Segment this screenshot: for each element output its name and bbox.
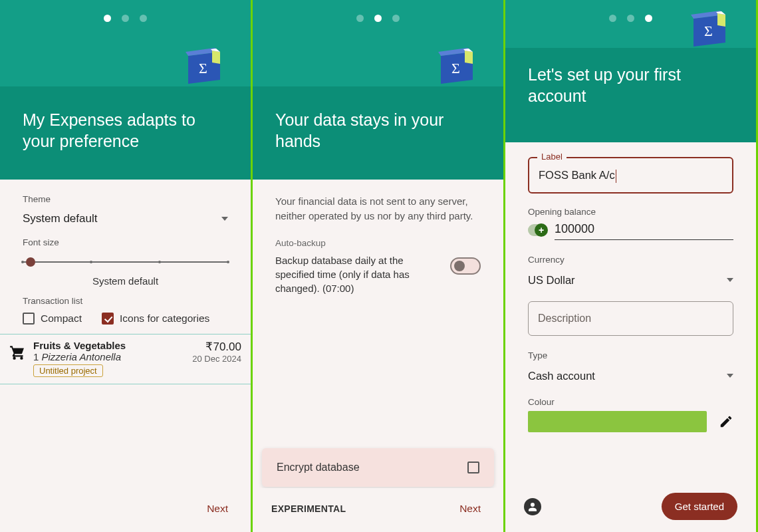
cart-icon bbox=[9, 344, 27, 361]
footer: Get started bbox=[505, 483, 756, 532]
plus-icon: + bbox=[535, 223, 548, 237]
dropdown-icon bbox=[221, 217, 228, 221]
font-size-slider[interactable] bbox=[23, 254, 228, 270]
experimental-label: EXPERIMENTAL bbox=[271, 503, 346, 514]
svg-marker-12 bbox=[717, 13, 725, 27]
autobackup-heading: Auto-backup bbox=[275, 238, 481, 248]
autobackup-text: Backup database daily at the specified t… bbox=[275, 253, 438, 295]
transaction-preview-row: Fruits & Vegetables 1 Pizzeria Antonella… bbox=[0, 334, 251, 384]
get-started-button[interactable]: Get started bbox=[662, 493, 737, 520]
colour-label: Colour bbox=[528, 397, 733, 407]
font-size-caption: System default bbox=[23, 275, 228, 287]
page-indicator bbox=[253, 15, 503, 22]
next-button[interactable]: Next bbox=[455, 497, 485, 520]
onboarding-body: Theme System default Font size System de… bbox=[0, 180, 251, 532]
type-value: Cash account bbox=[528, 370, 595, 382]
text-caret bbox=[616, 170, 616, 183]
font-size-control: System default bbox=[23, 254, 228, 287]
svg-marker-7 bbox=[465, 51, 473, 64]
encrypt-checkbox[interactable] bbox=[467, 462, 479, 473]
checkbox-icon bbox=[23, 313, 35, 325]
header-banner: Σ bbox=[0, 0, 251, 86]
encrypt-database-card[interactable]: Encrypt database bbox=[262, 448, 494, 487]
tx-category: Fruits & Vegetables bbox=[33, 340, 186, 351]
tx-amount: ₹70.00 bbox=[192, 340, 241, 354]
slider-thumb[interactable] bbox=[26, 257, 35, 267]
svg-text:Σ: Σ bbox=[199, 60, 207, 76]
onboarding-pane-3: Σ Let's set up your first account Label … bbox=[505, 0, 758, 532]
description-input[interactable]: Description bbox=[528, 301, 733, 336]
onboarding-title: My Expenses adapts to your preference bbox=[0, 86, 251, 169]
currency-label: Currency bbox=[528, 255, 733, 265]
description-placeholder: Description bbox=[538, 313, 591, 324]
footer: EXPERIMENTAL Next bbox=[253, 488, 503, 532]
svg-text:Σ: Σ bbox=[704, 23, 713, 39]
profile-icon[interactable] bbox=[524, 498, 541, 515]
svg-marker-2 bbox=[212, 51, 220, 64]
onboarding-pane-1: Σ My Expenses adapts to your preference … bbox=[0, 0, 253, 532]
type-select[interactable]: Cash account bbox=[528, 364, 733, 397]
page-dot-3[interactable] bbox=[392, 15, 400, 22]
theme-select[interactable]: System default bbox=[23, 208, 228, 237]
checkbox-compact-label: Compact bbox=[41, 313, 82, 325]
tx-project-chip: Untitled project bbox=[33, 364, 103, 377]
privacy-description: Your financial data is not sent to any s… bbox=[275, 194, 481, 223]
label-legend: Label bbox=[537, 152, 567, 162]
onboarding-title: Your data stays in your hands bbox=[253, 86, 503, 169]
page-dot-1[interactable] bbox=[104, 15, 111, 22]
encrypt-label: Encrypt database bbox=[277, 462, 360, 473]
checkbox-icons-label: Icons for categories bbox=[120, 313, 209, 325]
dropdown-icon bbox=[727, 278, 733, 282]
transaction-list-label: Transaction list bbox=[23, 296, 228, 306]
page-dot-1[interactable] bbox=[609, 15, 616, 22]
page-dot-2[interactable] bbox=[374, 15, 382, 22]
colour-swatch[interactable] bbox=[528, 411, 707, 432]
checkbox-compact[interactable]: Compact bbox=[23, 313, 82, 325]
opening-balance-label: Opening balance bbox=[528, 207, 733, 217]
label-field[interactable]: Label FOSS Bank A/c bbox=[528, 157, 733, 194]
header-banner: Σ bbox=[505, 0, 756, 48]
header: Σ Your data stays in your hands bbox=[253, 0, 503, 180]
page-dot-2[interactable] bbox=[627, 15, 634, 22]
page-dot-1[interactable] bbox=[356, 15, 364, 22]
colour-row bbox=[528, 411, 733, 432]
app-logo-icon: Σ bbox=[432, 47, 482, 88]
page-dot-3[interactable] bbox=[140, 15, 147, 22]
checkbox-icons[interactable]: Icons for categories bbox=[102, 313, 209, 325]
type-label: Type bbox=[528, 350, 733, 360]
account-setup-form: Label FOSS Bank A/c Opening balance + Cu… bbox=[505, 142, 756, 532]
autobackup-row: Backup database daily at the specified t… bbox=[275, 253, 481, 295]
theme-label: Theme bbox=[23, 194, 228, 204]
page-dot-3[interactable] bbox=[645, 15, 652, 22]
currency-value: US Dollar bbox=[528, 274, 575, 287]
tx-date: 20 Dec 2024 bbox=[192, 354, 241, 364]
label-input-value: FOSS Bank A/c bbox=[539, 169, 615, 181]
footer: Next bbox=[0, 488, 251, 532]
transaction-list-options: Compact Icons for categories bbox=[23, 313, 228, 325]
onboarding-title: Let's set up your first account bbox=[505, 48, 756, 121]
app-logo-icon: Σ bbox=[684, 9, 735, 51]
header-banner: Σ bbox=[253, 0, 503, 86]
autobackup-toggle[interactable] bbox=[450, 257, 481, 275]
sign-toggle[interactable]: + bbox=[528, 224, 547, 236]
opening-balance-row: + bbox=[528, 221, 733, 240]
opening-balance-input[interactable] bbox=[555, 221, 733, 240]
tx-count: 1 bbox=[33, 351, 39, 362]
tx-merchant: Pizzeria Antonella bbox=[42, 351, 122, 362]
onboarding-pane-2: Σ Your data stays in your hands Your fin… bbox=[253, 0, 505, 532]
header: Σ Let's set up your first account bbox=[505, 0, 756, 142]
toggle-knob bbox=[454, 261, 465, 271]
dropdown-icon bbox=[727, 374, 733, 378]
font-size-label: Font size bbox=[23, 237, 228, 247]
tx-subline: 1 Pizzeria Antonella bbox=[33, 351, 186, 362]
page-dot-2[interactable] bbox=[122, 15, 129, 22]
edit-colour-icon[interactable] bbox=[719, 414, 733, 429]
theme-value: System default bbox=[23, 212, 97, 225]
onboarding-body: Your financial data is not sent to any s… bbox=[253, 180, 503, 532]
checkbox-checked-icon bbox=[102, 313, 114, 325]
header: Σ My Expenses adapts to your preference bbox=[0, 0, 251, 180]
app-logo-icon: Σ bbox=[179, 47, 229, 88]
currency-select[interactable]: US Dollar bbox=[528, 269, 733, 301]
next-button[interactable]: Next bbox=[203, 497, 232, 520]
page-indicator bbox=[0, 15, 251, 22]
